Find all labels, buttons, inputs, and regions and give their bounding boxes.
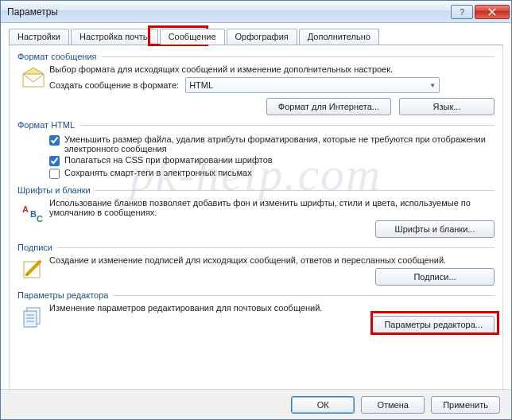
help-icon: ? xyxy=(460,7,464,17)
svg-text:B: B xyxy=(30,209,37,219)
editor-options-button[interactable]: Параметры редактора... xyxy=(372,316,495,333)
internet-format-button[interactable]: Формат для Интернета... xyxy=(266,98,391,115)
compose-format-select[interactable]: HTML ▼ xyxy=(185,77,440,93)
window-title: Параметры xyxy=(7,6,449,18)
chk-smart-tags[interactable]: Сохранять смарт-теги в электронных письм… xyxy=(49,168,495,179)
fonts-button[interactable]: Шрифты и бланки... xyxy=(375,220,495,238)
tab-panel: Формат сообщения Выбор формата для исход… xyxy=(9,45,503,389)
tab-advanced[interactable]: Дополнительно xyxy=(299,29,379,45)
group-title: Шрифты и бланки xyxy=(17,185,95,195)
cancel-button[interactable]: Отмена xyxy=(361,396,425,414)
envelope-icon xyxy=(17,64,49,115)
tab-settings[interactable]: Настройки xyxy=(9,29,69,45)
group-title: Формат сообщения xyxy=(17,52,102,61)
content-area: Настройки Настройка почты Сообщение Орфо… xyxy=(1,23,511,389)
close-icon xyxy=(488,8,496,16)
group-title: Параметры редактора xyxy=(17,290,113,300)
divider xyxy=(102,56,495,57)
checkbox[interactable] xyxy=(49,135,60,146)
group-fonts: Шрифты и бланки ABC Использование бланко… xyxy=(17,185,495,238)
checkbox[interactable] xyxy=(49,156,60,166)
select-value: HTML xyxy=(189,80,213,90)
format-desc: Выбор формата для исходящих сообщений и … xyxy=(49,64,495,74)
fonts-desc: Использование бланков позволяет добавить… xyxy=(49,198,495,217)
help-button[interactable]: ? xyxy=(451,5,473,19)
window-buttons: ? xyxy=(449,5,510,19)
chk-reduce-size[interactable]: Уменьшить размер файла, удалив атрибуты … xyxy=(49,134,495,154)
group-html-format: Формат HTML Уменьшить размер файла, удал… xyxy=(17,120,495,181)
editor-icon xyxy=(17,303,49,333)
title-bar: Параметры ? xyxy=(1,1,511,23)
dialog-window: Параметры ? Настройки Настройка почты Со… xyxy=(0,0,512,420)
svg-text:A: A xyxy=(22,204,29,214)
group-header: Формат сообщения xyxy=(17,52,495,61)
svg-rect-7 xyxy=(24,311,37,327)
ok-button[interactable]: ОК xyxy=(291,396,355,414)
sign-desc: Создание и изменение подписей для исходя… xyxy=(49,255,495,265)
compose-format-label: Создать сообщение в формате: xyxy=(49,80,179,90)
signatures-button[interactable]: Подписи... xyxy=(375,268,495,286)
signature-icon xyxy=(17,255,49,286)
tab-mail-setup[interactable]: Настройка почты xyxy=(71,29,158,45)
spacer xyxy=(17,133,49,181)
tab-spelling[interactable]: Орфография xyxy=(227,29,297,45)
group-signatures: Подписи Создание и изменение подписей дл… xyxy=(17,243,495,286)
language-button[interactable]: Язык... xyxy=(399,98,495,115)
dialog-footer: ОК Отмена Применить xyxy=(1,389,511,419)
group-message-format: Формат сообщения Выбор формата для исход… xyxy=(17,52,495,115)
abc-icon: ABC xyxy=(17,198,49,238)
group-editor: Параметры редактора Изменение параметров… xyxy=(17,290,495,333)
chk-rely-css[interactable]: Полагаться на CSS при форматировании шри… xyxy=(49,155,495,166)
editor-desc: Изменение параметров редактирования для … xyxy=(49,303,495,313)
close-button[interactable] xyxy=(475,5,510,19)
tab-strip: Настройки Настройка почты Сообщение Орфо… xyxy=(9,29,503,45)
tab-message[interactable]: Сообщение xyxy=(160,29,225,45)
checkbox[interactable] xyxy=(49,169,60,179)
svg-text:C: C xyxy=(37,214,43,224)
chevron-down-icon: ▼ xyxy=(429,82,436,89)
apply-button[interactable]: Применить xyxy=(431,396,500,414)
group-title: Формат HTML xyxy=(17,120,80,130)
group-title: Подписи xyxy=(17,243,57,252)
